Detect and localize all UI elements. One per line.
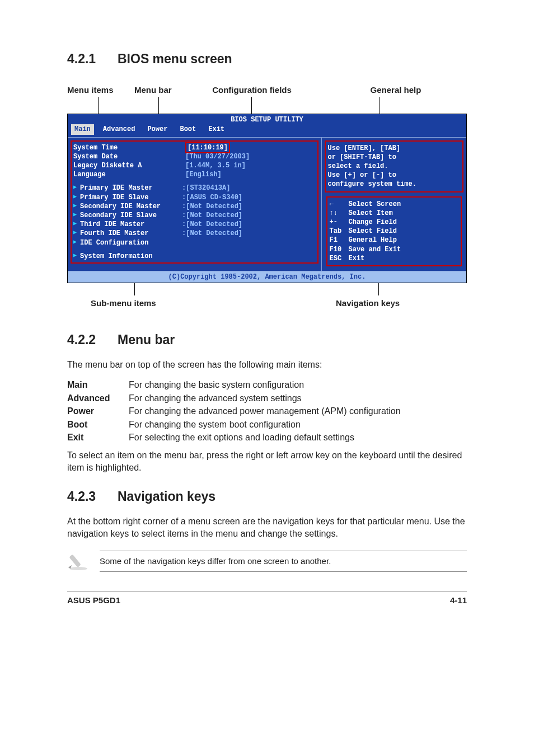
caret-icon: ▶ <box>73 184 77 192</box>
row-value[interactable]: [11:10:19] <box>185 142 230 153</box>
help-line: configure system time. <box>328 180 461 189</box>
row-value: :[Not Detected] <box>182 202 242 211</box>
help-line: select a field. <box>328 162 461 171</box>
row-value: :[Not Detected] <box>182 229 242 238</box>
footer-left: ASUS P5GD1 <box>67 595 120 606</box>
nav-key: F1 <box>330 236 349 245</box>
bios-title: BIOS SETUP UTILITY <box>68 114 466 124</box>
row-label: System Information <box>80 252 192 261</box>
row-value: :[ASUS CD-S340] <box>182 193 242 202</box>
row-label: System Time <box>73 143 185 152</box>
annotation-row-top: Menu items Menu bar Configuration fields… <box>67 84 467 96</box>
bios-row[interactable]: ▶Secondary IDE Master:[Not Detected] <box>73 202 316 211</box>
row-label: IDE Configuration <box>80 238 182 247</box>
svg-rect-1 <box>69 555 81 568</box>
bios-row[interactable]: ▶Secondary IDE Slave:[Not Detected] <box>73 211 316 220</box>
bios-tab-exit[interactable]: Exit <box>205 124 228 134</box>
row-label: Fourth IDE Master <box>80 229 182 238</box>
page-footer: ASUS P5GD1 4-11 <box>67 591 467 606</box>
section-number: 4.2.3 <box>67 488 107 505</box>
bios-row[interactable]: Language [English] <box>73 170 316 179</box>
bios-row[interactable]: System Date [Thu 03/27/2003] <box>73 152 316 161</box>
def-row: ExitFor selecting the exit options and l… <box>67 431 467 444</box>
def-desc: For changing the advanced power manageme… <box>129 405 467 417</box>
nav-desc: Select Field <box>349 227 397 236</box>
def-row: MainFor changing the basic system config… <box>67 379 467 391</box>
caret-icon: ▶ <box>73 220 77 229</box>
caret-icon: ▶ <box>73 211 77 220</box>
def-term: Boot <box>67 419 129 431</box>
nav-desc: General Help <box>349 236 397 245</box>
section-heading: 4.2.3 Navigation keys <box>67 488 467 505</box>
bios-row[interactable]: ▶System Information <box>73 252 316 261</box>
bios-tab-power[interactable]: Power <box>144 124 171 134</box>
nav-line: F1General Help <box>330 236 459 245</box>
bios-right-pane: Use [ENTER], [TAB] or [SHIFT-TAB] to sel… <box>321 138 467 271</box>
row-label: Primary IDE Master <box>80 184 182 192</box>
nav-line: ESCExit <box>330 254 459 263</box>
bios-row[interactable]: Legacy Diskette A [1.44M, 3.5 in] <box>73 161 316 170</box>
def-term: Advanced <box>67 392 129 405</box>
def-desc: For changing the system boot configurati… <box>129 419 467 431</box>
help-highlight: Use [ENTER], [TAB] or [SHIFT-TAB] to sel… <box>325 140 464 192</box>
caret-icon: ▶ <box>73 238 77 247</box>
bios-body: System Time [11:10:19] System Date [Thu … <box>68 137 466 271</box>
nav-desc: Save and Exit <box>349 245 401 254</box>
bios-row[interactable]: ▶IDE Configuration <box>73 238 316 247</box>
row-value: :[ST320413A] <box>182 184 230 192</box>
section-heading: 4.2.1 BIOS menu screen <box>67 50 467 68</box>
annotation-row-bottom: Sub-menu items Navigation keys <box>67 298 467 309</box>
paragraph: To select an item on the menu bar, press… <box>67 449 467 473</box>
nav-desc: Select Item <box>349 209 393 218</box>
def-row: PowerFor changing the advanced power man… <box>67 405 467 417</box>
svg-point-0 <box>69 567 87 570</box>
def-row: BootFor changing the system boot configu… <box>67 419 467 431</box>
bios-screenshot: BIOS SETUP UTILITY Main Advanced Power B… <box>67 114 467 283</box>
row-label: Secondary IDE Master <box>80 202 182 211</box>
menu-items-highlight: System Time [11:10:19] System Date [Thu … <box>71 140 318 264</box>
bios-tab-advanced[interactable]: Advanced <box>100 124 139 134</box>
anno-config-fields: Configuration fields <box>196 84 308 96</box>
bios-row[interactable]: ▶Third IDE Master:[Not Detected] <box>73 220 316 229</box>
nav-key: ← <box>330 200 349 209</box>
bios-left-pane: System Time [11:10:19] System Date [Thu … <box>68 138 321 271</box>
anno-navigation-keys: Navigation keys <box>263 298 467 309</box>
nav-desc: Select Screen <box>349 200 401 209</box>
caret-icon: ▶ <box>73 229 77 238</box>
nav-key: +- <box>330 218 349 227</box>
nav-key: F10 <box>330 245 349 254</box>
pencil-icon <box>67 548 91 574</box>
anno-general-help: General help <box>308 84 467 96</box>
bios-row[interactable]: ▶Primary IDE Master:[ST320413A] <box>73 184 316 192</box>
def-desc: For changing the basic system configurat… <box>129 379 467 391</box>
def-desc: For selecting the exit options and loadi… <box>129 431 467 444</box>
row-label: Primary IDE Slave <box>80 193 182 202</box>
caret-icon: ▶ <box>73 202 77 211</box>
annotation-lines-top <box>67 97 467 114</box>
bios-tab-main[interactable]: Main <box>71 124 94 134</box>
def-desc: For changing the advanced system setting… <box>129 392 467 405</box>
paragraph: At the bottom right corner of a menu scr… <box>67 515 467 539</box>
caret-icon: ▶ <box>73 252 77 261</box>
bios-row[interactable]: System Time [11:10:19] <box>73 143 316 152</box>
bios-row[interactable]: ▶Fourth IDE Master:[Not Detected] <box>73 229 316 238</box>
help-line: Use [ENTER], [TAB] <box>328 144 461 153</box>
section-title: BIOS menu screen <box>118 50 232 68</box>
caret-icon: ▶ <box>73 193 77 202</box>
row-label: Third IDE Master <box>80 220 182 229</box>
row-value: [Thu 03/27/2003] <box>185 152 250 161</box>
footer-right: 4-11 <box>450 595 467 606</box>
row-value: :[Not Detected] <box>182 220 242 229</box>
help-line: Use [+] or [-] to <box>328 171 461 180</box>
bios-footer: (C)Copyright 1985-2002, American Megatre… <box>68 271 466 283</box>
note-box: Some of the navigation keys differ from … <box>67 548 467 574</box>
anno-menu-items: Menu items <box>67 84 134 96</box>
nav-key: ↑↓ <box>330 209 349 218</box>
nav-desc: Exit <box>349 254 365 263</box>
bios-row[interactable]: ▶Primary IDE Slave:[ASUS CD-S340] <box>73 193 316 202</box>
nav-line: +-Change Field <box>330 218 459 227</box>
note-text: Some of the navigation keys differ from … <box>100 551 467 572</box>
bios-tab-boot[interactable]: Boot <box>176 124 199 134</box>
def-term: Main <box>67 379 129 391</box>
anno-submenu-items: Sub-menu items <box>67 298 263 309</box>
